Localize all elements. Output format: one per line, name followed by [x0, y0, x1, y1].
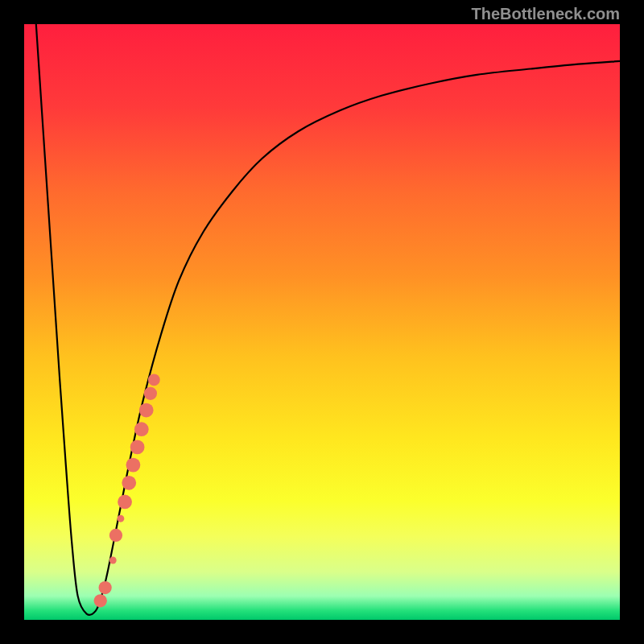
- marker-dot: [139, 403, 154, 418]
- marker-dot: [117, 515, 124, 522]
- marker-dot: [148, 374, 160, 386]
- plot-area: [24, 24, 620, 620]
- chart-svg: [24, 24, 620, 620]
- marker-dot: [94, 594, 107, 607]
- marker-dot: [130, 440, 145, 455]
- marker-dot: [99, 581, 112, 594]
- marker-dot: [144, 387, 157, 400]
- marker-dot: [109, 529, 122, 542]
- marker-dot: [122, 476, 136, 490]
- watermark-text: TheBottleneck.com: [472, 5, 620, 23]
- marker-dot: [109, 557, 117, 564]
- marker-dot: [134, 422, 149, 436]
- marker-dot: [118, 495, 132, 510]
- chart-frame: TheBottleneck.com: [0, 0, 644, 644]
- marker-dot: [126, 458, 141, 473]
